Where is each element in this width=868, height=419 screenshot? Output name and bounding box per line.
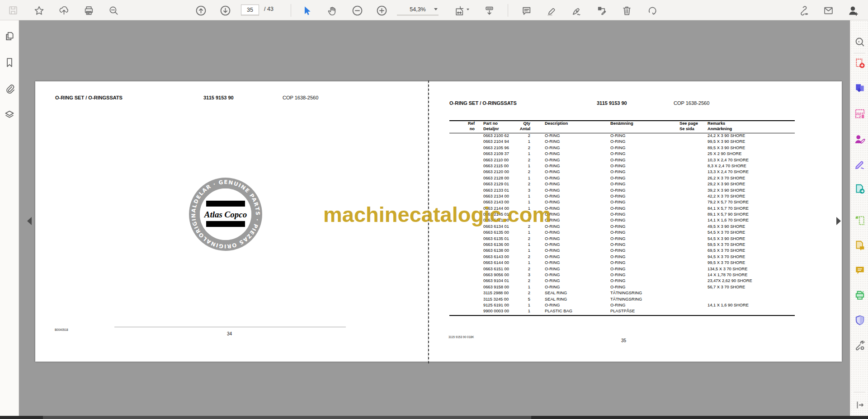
sign-icon[interactable]: [569, 3, 583, 18]
email-icon[interactable]: [821, 3, 835, 18]
delete-icon[interactable]: [619, 3, 634, 18]
cell-remarks: 134,5 X 3 70 SHORE: [708, 267, 795, 271]
scan-ocr-icon[interactable]: [854, 289, 866, 301]
doc-code: 3115 9153 90 018K: [448, 335, 474, 339]
cell-description: O-RING: [545, 224, 609, 229]
search-panel-icon[interactable]: [854, 36, 866, 48]
cell-description: O-RING: [545, 133, 609, 138]
bookmarks-icon[interactable]: [0, 52, 19, 73]
link-share-icon[interactable]: [796, 3, 811, 18]
select-cursor-icon[interactable]: [299, 3, 314, 18]
toolbar-divider: [291, 4, 291, 17]
col-see-page: Se sida: [679, 127, 708, 131]
cell-qty: 2: [512, 291, 530, 295]
cell-qty: 1: [512, 303, 530, 307]
table-row: 0663 9104 01 2 O-RING O-RING 23,47X 2,62…: [449, 278, 795, 284]
highlight-icon[interactable]: [544, 3, 558, 18]
col-see-page: See page: [679, 121, 708, 126]
cell-description: O-RING: [545, 169, 609, 174]
next-page-arrow[interactable]: [836, 217, 841, 225]
cell-description: O-RING: [545, 236, 609, 241]
create-pdf-icon[interactable]: [854, 57, 866, 69]
hand-pan-icon[interactable]: [325, 3, 339, 18]
save-icon[interactable]: [6, 3, 20, 18]
col-remarks: Anmärkning: [708, 127, 795, 131]
export-pdf-icon[interactable]: [854, 82, 866, 94]
cell-qty: 2: [512, 267, 530, 271]
comment-icon[interactable]: [519, 3, 533, 18]
cell-benamning: TÄTNINGSRING: [610, 291, 678, 295]
page-number: 34: [227, 331, 232, 336]
fit-width-icon[interactable]: [452, 3, 467, 18]
cell-qty: 1: [512, 242, 530, 247]
cell-benamning: O-RING: [610, 260, 678, 265]
cell-benamning: O-RING: [610, 212, 678, 217]
share-upload-icon[interactable]: [57, 3, 71, 18]
send-file-icon[interactable]: [854, 183, 866, 195]
cell-remarks: 69,5 X 3 70 SHORE: [708, 248, 795, 253]
fill-sign-icon[interactable]: [854, 158, 866, 170]
cell-remarks: 10,3 X 2,4 70 SHORE: [708, 158, 795, 162]
table-row: 0663 2100 62 2 O-RING O-RING 24,2 X 3 90…: [449, 133, 795, 139]
protect-icon[interactable]: [854, 314, 866, 326]
zoom-in-icon[interactable]: [374, 3, 389, 18]
zoom-level-dropdown[interactable]: 54,3%: [397, 5, 439, 16]
table-row: 0663 2128 00 1 O-RING O-RING 26,2 X 3 70…: [449, 176, 795, 182]
col-remarks: Remarks: [708, 121, 795, 126]
page-down-icon[interactable]: [218, 3, 232, 18]
col-ref: Ref: [449, 121, 475, 126]
cell-description: O-RING: [545, 218, 609, 222]
cell-benamning: PLASTPÅSE: [610, 309, 678, 313]
search-icon[interactable]: [106, 3, 121, 18]
zoom-out-icon[interactable]: [350, 3, 364, 18]
organize-pages-icon[interactable]: [854, 215, 866, 226]
star-favorite-icon[interactable]: [32, 3, 46, 18]
document-canvas[interactable]: O-RING SET / O-RINGSSATS 3115 9153 90 CO…: [19, 20, 850, 416]
doc-code: B0040518: [55, 328, 68, 331]
table-row: 0663 6151 00 2 O-RING O-RING 134,5 X 3 7…: [449, 267, 795, 273]
edit-pdf-icon[interactable]: [854, 108, 866, 119]
col-benamning: Benämning: [610, 121, 678, 126]
cell-qty: 2: [512, 146, 530, 150]
cell-benamning: O-RING: [610, 158, 678, 162]
cell-benamning: O-RING: [610, 182, 678, 186]
cell-description: PLASTIC BAG: [545, 309, 609, 313]
footer-rule: [114, 327, 346, 327]
attachments-icon[interactable]: [0, 78, 19, 99]
cell-description: O-RING: [545, 188, 609, 193]
table-row: 0663 2109 37 1 O-RING O-RING 25 X 2 90 S…: [449, 151, 795, 157]
cell-description: O-RING: [545, 176, 609, 180]
layers-icon[interactable]: [0, 104, 19, 125]
table-bottom-rule: [449, 315, 795, 316]
collapse-panel-icon[interactable]: [854, 399, 866, 411]
cell-qty: 2: [512, 278, 530, 283]
edit-pages-icon[interactable]: [594, 3, 609, 18]
chevron-down-icon: [434, 8, 438, 10]
table-row: 0663 6138 00 1 O-RING O-RING 69,5 X 3 70…: [449, 248, 795, 254]
previous-page-arrow[interactable]: [27, 217, 32, 225]
chevron-down-icon[interactable]: [467, 9, 469, 10]
cell-qty: 2: [512, 254, 530, 259]
page-thumbnails-icon[interactable]: [0, 26, 19, 47]
print-icon[interactable]: [81, 3, 96, 18]
page-number-input[interactable]: 35: [241, 5, 259, 16]
cell-benamning: O-RING: [610, 169, 678, 174]
table-row: 9125 6191 00 1 O-RING O-RING 14,1 X 1,6 …: [449, 303, 795, 309]
cell-description: O-RING: [545, 194, 609, 198]
cell-description: O-RING: [545, 267, 609, 271]
cell-benamning: O-RING: [610, 278, 678, 283]
cell-benamning: O-RING: [610, 242, 678, 247]
request-signatures-icon[interactable]: [854, 133, 866, 145]
comments-panel-icon[interactable]: [854, 264, 866, 276]
add-user-avatar-icon[interactable]: [846, 3, 860, 18]
cell-description: O-RING: [545, 242, 609, 247]
scroll-mode-icon[interactable]: [482, 3, 496, 18]
top-toolbar: 35 / 43 54,3%: [0, 0, 868, 20]
rotate-icon[interactable]: [644, 3, 659, 18]
model-number: COP 1638-2560: [283, 95, 318, 100]
cell-remarks: 84,1 X 5,7 70 SHORE: [708, 206, 795, 211]
compare-files-icon[interactable]: [854, 240, 866, 251]
more-tools-icon[interactable]: [854, 339, 866, 351]
table-row: 0663 6135 00 1 O-RING O-RING 54,5 X 3 70…: [449, 230, 795, 236]
page-up-icon[interactable]: [193, 3, 208, 18]
